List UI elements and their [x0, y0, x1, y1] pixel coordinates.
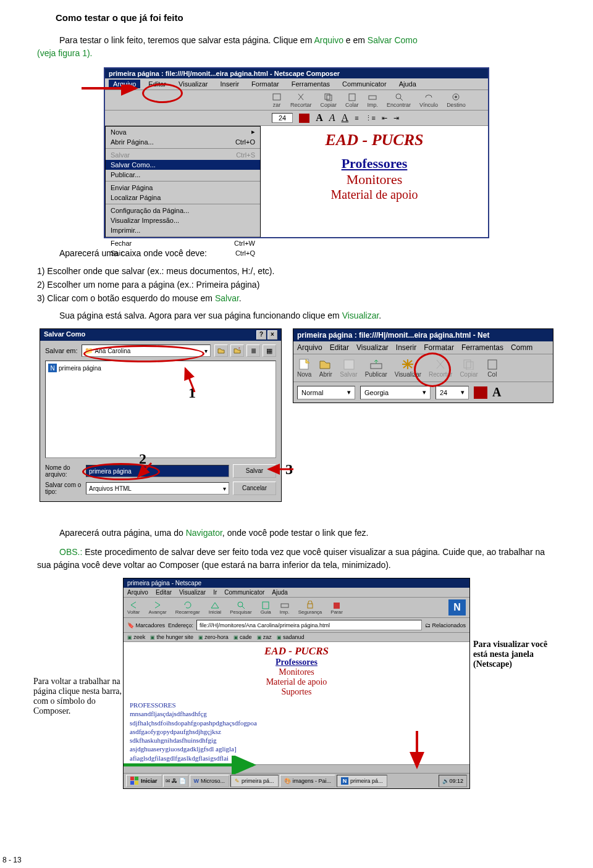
outdent-icon[interactable]: ⇤	[382, 114, 387, 122]
nav-menu-ir[interactable]: Ir	[213, 589, 217, 596]
nav-prof[interactable]: Professores	[130, 657, 463, 667]
menu-inserir-2[interactable]: Inserir	[396, 343, 416, 352]
task-word[interactable]: WMicroso...	[190, 775, 230, 787]
red-arrow-down-icon	[408, 731, 426, 774]
nav-voltar[interactable]: Voltar	[127, 601, 140, 615]
tool-vinculo[interactable]: Vínculo	[419, 93, 438, 108]
tool-recortar[interactable]: Recortar	[290, 93, 312, 108]
tool-copiar[interactable]: Copiar	[321, 93, 337, 108]
tool-col[interactable]: Col	[486, 359, 499, 378]
nav-inicial[interactable]: Inicial	[209, 601, 221, 615]
marcadores-btn[interactable]: 🔖 Marcadores	[127, 622, 165, 628]
tool-colar[interactable]: Colar	[345, 93, 359, 108]
task-navigator[interactable]: Nprimeira pá...	[337, 775, 387, 787]
bm-zerohora[interactable]: zero-hora	[198, 634, 229, 640]
font-size-select[interactable]: 24	[272, 113, 293, 123]
netscape-file-icon[interactable]: N primeira página	[48, 364, 101, 372]
cancelar-button[interactable]: Cancelar	[233, 482, 276, 495]
nav-imp[interactable]: Imp.	[280, 601, 290, 615]
tool-abrir[interactable]: Abrir	[319, 359, 332, 378]
mi-localizar[interactable]: Localizar Página	[106, 193, 260, 202]
mi-publicar[interactable]: Publicar...	[106, 170, 260, 180]
text-monitores: Monitores	[267, 172, 482, 188]
url-field[interactable]: file:///H|/monitores/Ana Carolina/primei…	[196, 620, 422, 630]
up-folder-icon[interactable]	[214, 344, 228, 357]
nav-pesquisar[interactable]: Pesquisar	[230, 601, 252, 615]
mi-abrir[interactable]: Abrir Página...Ctrl+O	[106, 137, 260, 147]
bm-cade[interactable]: cade	[233, 634, 252, 640]
bm-hunger[interactable]: the hunger site	[150, 634, 193, 640]
color-swatch-2[interactable]	[474, 386, 487, 399]
task-composer[interactable]: ✎primeira pá...	[230, 775, 279, 787]
tool-destino[interactable]: Destino	[447, 93, 466, 108]
tipo-select[interactable]: Arquivos HTML▾	[86, 482, 229, 495]
menu-communicator[interactable]: Communicator	[338, 80, 391, 88]
mi-fechar[interactable]: FecharCtrl+W	[106, 238, 260, 248]
menu-ferramentas-2[interactable]: Ferramentas	[461, 343, 503, 352]
tool-encontrar[interactable]: Encontrar	[387, 93, 411, 108]
bm-sadanud[interactable]: sadanud	[277, 634, 305, 640]
mi-imprimir[interactable]: Imprimir...	[106, 225, 260, 235]
menu-formatar[interactable]: Formatar	[247, 80, 284, 88]
nav-guia[interactable]: Guia	[261, 601, 271, 615]
style-select[interactable]: Normal▾	[297, 386, 355, 399]
bm-zaz[interactable]: zaz	[257, 634, 272, 640]
numlist-icon[interactable]: ⋮≡	[365, 114, 376, 122]
menu-comm-2[interactable]: Comm	[511, 343, 532, 352]
nav-menu-ajuda[interactable]: Ajuda	[272, 589, 288, 596]
indent-icon[interactable]: ⇥	[393, 114, 399, 122]
bold-icon-2[interactable]: A	[492, 385, 501, 399]
menu-formatar-2[interactable]: Formatar	[424, 343, 454, 352]
size-select[interactable]: 24▾	[435, 386, 469, 399]
mi-nova[interactable]: Nova▸	[106, 127, 260, 137]
menu-visualizar-2[interactable]: Visualizar	[356, 343, 389, 352]
menu-ferramentas[interactable]: Ferramentas	[287, 80, 334, 88]
underline-icon[interactable]: A	[342, 112, 349, 123]
nav-menu-communicator[interactable]: Communicator	[224, 589, 264, 596]
menu-bar-2[interactable]: Arquivo Editar Visualizar Inserir Format…	[293, 341, 553, 354]
list-view-icon[interactable]: ≣	[246, 344, 260, 357]
tool-zar[interactable]: zar	[272, 93, 282, 108]
menu-inserir[interactable]: Inserir	[216, 80, 244, 88]
italic-icon[interactable]: A	[329, 112, 335, 123]
menu-visualizar[interactable]: Visualizar	[174, 80, 212, 88]
nav-seguranca[interactable]: Segurança	[298, 601, 322, 615]
mi-config[interactable]: Configuração da Página...	[106, 206, 260, 215]
help-close-icons[interactable]: ? ×	[256, 330, 277, 340]
tray-icons[interactable]: ✉ 🖧 📄	[163, 775, 188, 787]
file-area[interactable]: N primeira página	[45, 361, 276, 458]
new-folder-icon[interactable]: *	[230, 344, 244, 357]
red-ellipse-1-icon	[83, 345, 204, 362]
file-dropdown[interactable]: Nova▸ Abrir Página...Ctrl+O SalvarCtrl+S…	[105, 126, 261, 237]
tool-imp[interactable]: Imp.	[368, 93, 379, 108]
nav-menu-arquivo[interactable]: Arquivo	[127, 589, 148, 596]
bold-icon[interactable]: A	[316, 112, 323, 123]
nav-avancar[interactable]: Avançar	[148, 601, 166, 615]
mi-salvar-como[interactable]: Salvar Como...	[106, 160, 260, 170]
start-button[interactable]: Iniciar	[126, 775, 162, 787]
mi-enviar[interactable]: Enviar Página	[106, 183, 260, 193]
color-swatch[interactable]	[299, 114, 309, 123]
menu-ajuda[interactable]: Ajuda	[395, 80, 421, 88]
mi-vis-imp[interactable]: Visualizar Impressão...	[106, 215, 260, 225]
detail-view-icon[interactable]: ▦	[263, 344, 276, 357]
nav-menubar[interactable]: Arquivo Editar Visualizar Ir Communicato…	[124, 588, 469, 598]
mi-sair[interactable]: SairCtrl+Q	[106, 248, 260, 258]
nav-recarregar[interactable]: Recarregar	[175, 601, 200, 615]
nav-parar[interactable]: Parar	[330, 601, 343, 615]
bm-zeek[interactable]: zeek	[127, 634, 145, 640]
relacionados-btn[interactable]: 🗂 Relacionados	[425, 622, 466, 628]
task-paint[interactable]: 🎨imagens - Pai...	[280, 775, 336, 787]
menu-arquivo-2[interactable]: Arquivo	[297, 343, 322, 352]
nav-menu-visualizar[interactable]: Visualizar	[179, 589, 206, 596]
tool-publicar[interactable]: Publicar	[365, 359, 387, 378]
obs-label: OBS.:	[59, 547, 85, 557]
svg-line-7	[400, 98, 403, 101]
tool-nova[interactable]: Nova	[297, 359, 311, 378]
bookmark-bar[interactable]: zeek the hunger site zero-hora cade zaz …	[124, 633, 469, 642]
list-icon[interactable]: ≡	[355, 114, 358, 122]
nav-menu-editar[interactable]: Editar	[156, 589, 172, 596]
menu-editar-2[interactable]: Editar	[330, 343, 349, 352]
taskbar[interactable]: Iniciar ✉ 🖧 📄 WMicroso... ✎primeira pá..…	[124, 773, 469, 788]
font-select[interactable]: Georgia▾	[360, 386, 431, 399]
